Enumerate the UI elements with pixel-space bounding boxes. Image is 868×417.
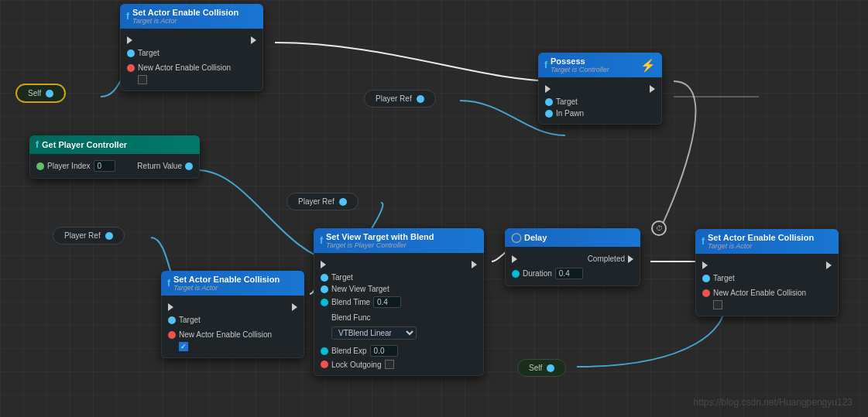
exec-in (512, 255, 517, 263)
function-icon: f (544, 60, 547, 70)
node-subtitle: Target is Actor (708, 242, 814, 250)
target-pin (321, 274, 328, 282)
self-node-top: Self (15, 84, 66, 103)
player-ref-label: Player Ref (376, 94, 412, 103)
blend-func-select[interactable]: VTBlend Linear VTBlend Cubic VTBlend Eas… (331, 326, 417, 340)
function-icon: f (126, 11, 129, 22)
exec-in (702, 261, 708, 269)
player-index-input[interactable] (94, 160, 115, 172)
function-icon: f (702, 236, 705, 247)
node-title: Delay (524, 233, 547, 242)
collision-checkbox-checked[interactable]: ✓ (179, 342, 188, 351)
blend-time-input[interactable] (373, 296, 401, 308)
self-pin (46, 90, 53, 97)
node-title: Set Actor Enable Collision (132, 8, 238, 17)
target-pin (545, 98, 553, 106)
exec-out (292, 303, 297, 311)
exec-out (826, 261, 832, 269)
clock-icon: ⏱ (656, 224, 663, 232)
player-ref-pin (105, 232, 113, 240)
node-subtitle: Target is Actor (132, 17, 238, 25)
set-actor-enable-collision-left: f Set Actor Enable Collision Target is A… (161, 271, 304, 358)
node-title: Get Player Controller (42, 140, 127, 149)
set-view-target-node: f Set View Target with Blend Target is P… (314, 228, 484, 376)
new-view-target-pin (321, 285, 328, 293)
exec-in (127, 36, 132, 44)
duration-input[interactable] (555, 268, 583, 279)
self-node-bottom: Self (517, 359, 566, 377)
blend-exp-pin (321, 347, 328, 355)
blend-exp-input[interactable] (370, 345, 398, 357)
collision-pin (168, 331, 176, 339)
function-icon: f (36, 139, 39, 150)
node-subtitle: Target is Actor (173, 284, 280, 292)
possess-icon: ⚡ (640, 58, 656, 73)
watermark: https://blog.csdn.net/Huangpengyu123 (694, 397, 853, 408)
player-ref-pin (417, 95, 424, 103)
node-subtitle: Target is Controller (551, 66, 609, 73)
lock-outgoing-checkbox[interactable] (385, 360, 394, 369)
lock-outgoing-pin (321, 361, 328, 368)
function-icon: f (320, 235, 323, 246)
exec-in (168, 303, 173, 311)
player-ref-pin (339, 198, 347, 206)
target-pin (168, 316, 176, 324)
node-title: Set View Target with Blend (326, 232, 434, 241)
player-ref-left: Player Ref (53, 227, 125, 244)
node-subtitle: Target is Player Controller (326, 241, 434, 249)
self-pin (547, 364, 554, 372)
collision-checkbox[interactable] (138, 75, 147, 84)
exec-out (251, 36, 256, 44)
node-title: Set Actor Enable Collision (708, 233, 814, 242)
in-pawn-pin (545, 110, 553, 118)
self-label: Self (28, 89, 41, 97)
player-ref-label: Player Ref (64, 231, 101, 240)
set-actor-enable-collision-top: f Set Actor Enable Collision Target is A… (120, 4, 263, 91)
function-icon: f (167, 278, 170, 289)
player-ref-label: Player Ref (298, 197, 335, 206)
player-ref-top: Player Ref (364, 90, 436, 108)
player-index-pin (36, 162, 44, 170)
function-icon: ◯ (511, 232, 521, 243)
node-title: Set Actor Enable Collision (173, 275, 280, 284)
exec-out (472, 261, 477, 268)
blend-time-pin (321, 299, 328, 306)
self-label: Self (529, 364, 542, 372)
exec-out (650, 85, 655, 93)
collision-pin (702, 289, 710, 297)
collision-pin (127, 64, 135, 72)
set-actor-enable-collision-right: f Set Actor Enable Collision Target is A… (695, 229, 839, 316)
node-title: Possess (551, 56, 609, 66)
clock-badge: ⏱ (651, 220, 667, 236)
get-player-controller-node: f Get Player Controller Player Index Ret… (29, 135, 200, 179)
return-value-pin (185, 162, 193, 170)
completed-pin (628, 255, 633, 263)
possess-node: f Possess Target is Controller ⚡ Target … (538, 53, 662, 125)
exec-in (545, 85, 551, 93)
duration-pin (512, 270, 520, 278)
exec-in (321, 261, 326, 268)
collision-checkbox[interactable] (713, 300, 722, 309)
player-ref-mid: Player Ref (286, 193, 359, 210)
target-pin (702, 275, 710, 282)
delay-node: ◯ Delay Completed Duration (505, 228, 640, 286)
target-pin (127, 50, 135, 57)
